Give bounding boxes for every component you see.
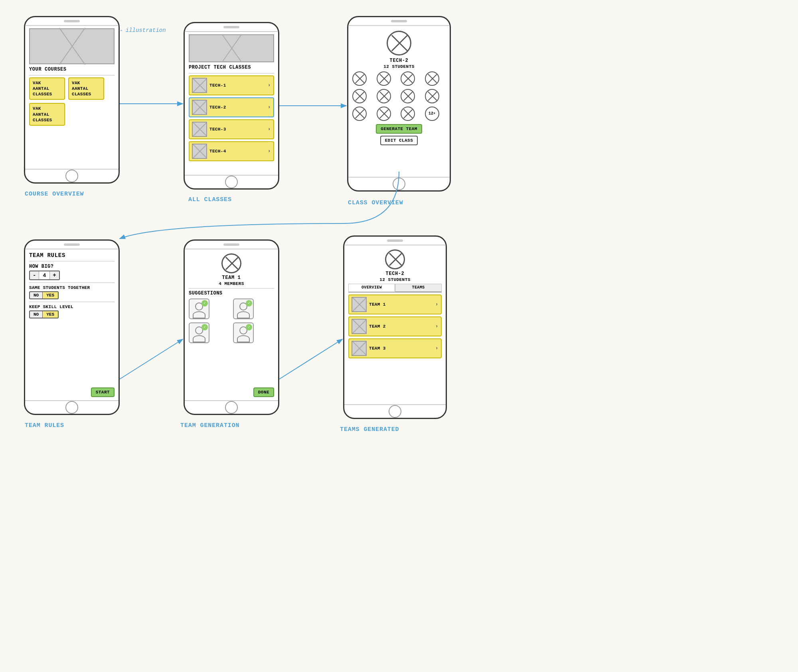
team-item-3[interactable]: TEAM 3 › bbox=[348, 338, 442, 358]
phone-content-all-classes: PROJECT TECH CLASSES TECH-1 › TECH-2 › T… bbox=[185, 32, 278, 175]
stepper-plus[interactable]: + bbox=[49, 271, 59, 279]
label-teams-generated: TEAMS GENERATED bbox=[340, 426, 399, 433]
student-4 bbox=[425, 71, 439, 86]
card1-line3: CLASSES bbox=[33, 91, 61, 97]
phone-content-team-rules: TEAM RULES HOW BIG? - 4 + SAME STUDENTS … bbox=[25, 249, 119, 400]
card3-line3: CLASSES bbox=[33, 117, 61, 123]
label-team-rules: TEAM RULES bbox=[25, 422, 64, 429]
divider-1 bbox=[29, 75, 115, 75]
stepper-minus[interactable]: - bbox=[30, 271, 39, 279]
phone-team-rules: TEAM RULES HOW BIG? - 4 + SAME STUDENTS … bbox=[24, 239, 120, 415]
illustration-box-1 bbox=[29, 28, 115, 64]
course-card-3[interactable]: VAK AANTAL CLASSES bbox=[29, 103, 65, 126]
class-overview-title: TECH-2 bbox=[352, 58, 446, 64]
how-big-label: HOW BIG? bbox=[29, 264, 115, 269]
person-1-check: ✓ bbox=[201, 300, 208, 306]
class-item-tech4[interactable]: TECH-4 › bbox=[189, 141, 274, 161]
label-course-overview: COURSE OVERVIEW bbox=[25, 191, 84, 198]
stepper-value: 4 bbox=[39, 272, 49, 279]
team1-arrow: › bbox=[435, 301, 439, 307]
keep-skill-label: KEEP SKILL LEVEL bbox=[29, 304, 115, 309]
student-3 bbox=[401, 71, 415, 86]
person-4-check: ✓ bbox=[246, 324, 252, 330]
teams-gen-subtitle: 12 STUDENTS bbox=[348, 277, 442, 282]
done-button[interactable]: DONE bbox=[253, 387, 274, 397]
person-1: ✓ bbox=[189, 298, 209, 319]
card2-line2: AANTAL bbox=[72, 86, 101, 91]
student-2 bbox=[377, 71, 391, 86]
person-2-check: ✓ bbox=[246, 300, 252, 306]
keep-skill-toggle[interactable]: NO YES bbox=[29, 310, 59, 318]
phone-team-generation: TEAM 1 4 MEMBERS SUGGESTIONS ✓ ✓ bbox=[184, 239, 279, 415]
phone-course-overview: Your courses VAK AANTAL CLASSES VAK AANT… bbox=[24, 16, 120, 184]
student-12-plus: 12+ bbox=[425, 107, 439, 121]
team-gen-subtitle: 4 MEMBERS bbox=[189, 281, 274, 286]
person-3: ✓ bbox=[189, 322, 209, 343]
class-item-tech1[interactable]: TECH-1 › bbox=[189, 75, 274, 95]
tab-overview[interactable]: OVERVIEW bbox=[348, 284, 395, 292]
phone-top-1 bbox=[25, 17, 119, 26]
edit-class-button[interactable]: EDIT CLASS bbox=[380, 136, 418, 145]
tech4-thumb bbox=[192, 144, 207, 159]
team-item-2[interactable]: TEAM 2 › bbox=[348, 316, 442, 336]
team-item-1[interactable]: TEAM 1 › bbox=[348, 294, 442, 314]
student-1 bbox=[352, 71, 367, 86]
team-rules-title: TEAM RULES bbox=[29, 252, 115, 259]
card1-line1: VAK bbox=[33, 80, 61, 86]
illustration-box-2 bbox=[189, 34, 274, 62]
team-size-stepper[interactable]: - 4 + bbox=[29, 271, 60, 280]
class-item-tech2[interactable]: TECH-2 › bbox=[189, 97, 274, 117]
generate-team-button[interactable]: GENERATE TEAM bbox=[376, 124, 422, 134]
canvas: Your courses VAK AANTAL CLASSES VAK AANT… bbox=[0, 0, 798, 672]
course-overview-title: Your courses bbox=[29, 67, 115, 73]
student-10 bbox=[377, 107, 391, 121]
team2-thumb bbox=[352, 319, 367, 334]
all-classes-title: PROJECT TECH CLASSES bbox=[189, 65, 274, 71]
phone-bottom-1 bbox=[25, 169, 119, 182]
student-11 bbox=[401, 107, 415, 121]
teams-gen-avatar bbox=[385, 249, 405, 269]
phone-teams-generated: TECH-2 12 STUDENTS OVERVIEW TEAMS TEAM 1… bbox=[343, 235, 447, 419]
phone-content-course-overview: Your courses VAK AANTAL CLASSES VAK AANT… bbox=[25, 26, 119, 169]
team-gen-title: TEAM 1 bbox=[189, 275, 274, 281]
team3-label: TEAM 3 bbox=[369, 346, 386, 351]
divider-4c bbox=[29, 302, 115, 302]
card1-line2: AANTAL bbox=[33, 86, 61, 91]
phone-content-teams-generated: TECH-2 12 STUDENTS OVERVIEW TEAMS TEAM 1… bbox=[344, 245, 446, 404]
card3-line1: VAK bbox=[33, 106, 61, 111]
suggestions-label: SUGGESTIONS bbox=[189, 291, 274, 296]
phone-bottom-5 bbox=[185, 400, 278, 414]
course-card-2[interactable]: VAK AANTAL CLASSES bbox=[68, 77, 104, 100]
person-3-body bbox=[193, 335, 205, 342]
phone-bottom-6 bbox=[344, 404, 446, 418]
toggle1-no[interactable]: NO bbox=[30, 292, 42, 298]
person-3-check: ✓ bbox=[201, 324, 208, 330]
tech4-arrow: › bbox=[268, 148, 271, 154]
start-button[interactable]: START bbox=[91, 387, 115, 397]
person-2: ✓ bbox=[233, 298, 254, 319]
class-item-tech3[interactable]: TECH-3 › bbox=[189, 119, 274, 139]
student-8 bbox=[425, 89, 439, 103]
phone-bottom-3 bbox=[348, 177, 450, 190]
tech1-label: TECH-1 bbox=[209, 83, 226, 88]
phone-all-classes: PROJECT TECH CLASSES TECH-1 › TECH-2 › T… bbox=[184, 22, 279, 190]
team2-label: TEAM 2 bbox=[369, 324, 386, 329]
team2-arrow: › bbox=[435, 323, 439, 329]
card2-line3: CLASSES bbox=[72, 91, 101, 97]
phone-top-3 bbox=[348, 17, 450, 26]
student-6 bbox=[377, 89, 391, 103]
toggle1-yes[interactable]: YES bbox=[43, 292, 58, 298]
tab-teams[interactable]: TEAMS bbox=[395, 284, 442, 292]
toggle2-yes[interactable]: YES bbox=[43, 311, 58, 318]
card3-line2: AANTAL bbox=[33, 112, 61, 117]
divider-4b bbox=[29, 283, 115, 283]
person-2-body bbox=[237, 311, 250, 318]
teams-gen-title: TECH-2 bbox=[348, 271, 442, 277]
phone-top-5 bbox=[185, 241, 278, 249]
same-students-toggle[interactable]: NO YES bbox=[29, 291, 59, 299]
course-card-1[interactable]: VAK AANTAL CLASSES bbox=[29, 77, 65, 100]
phone-bottom-2 bbox=[185, 175, 278, 188]
phone-class-overview: TECH-2 12 STUDENTS 12+ GENERATE TEAM bbox=[347, 16, 451, 192]
toggle2-no[interactable]: NO bbox=[30, 311, 42, 318]
svg-line-3 bbox=[120, 339, 183, 379]
